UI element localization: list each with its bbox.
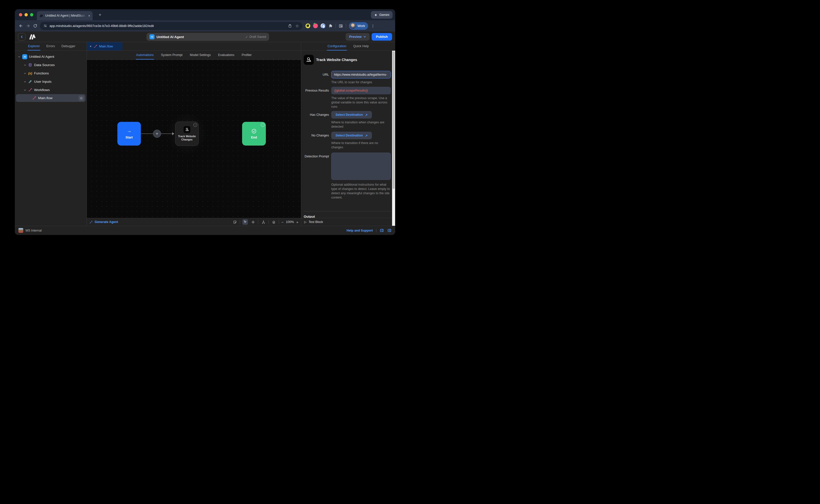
tab-evaluations[interactable]: Evaluations	[218, 51, 235, 60]
tree-item-user-inputs[interactable]: User Inputs	[15, 77, 87, 86]
forward-icon[interactable]	[26, 23, 31, 28]
ai-badge-icon: AI	[22, 54, 27, 59]
start-node[interactable]: → Start	[117, 122, 141, 146]
fit-view-home-icon[interactable]	[271, 219, 277, 225]
address-bar[interactable]: app.mindstudio.ai/agents/9937ce3e-b7e3-4…	[40, 22, 303, 30]
url-input[interactable]	[331, 71, 391, 78]
tab-quick-help[interactable]: Quick Help	[353, 42, 369, 50]
browser-menu-icon[interactable]	[371, 24, 375, 28]
scrollbar-thumb[interactable]	[393, 51, 395, 189]
add-step-button[interactable]: +	[153, 130, 161, 138]
zoom-level: 100%	[286, 220, 294, 224]
flow-canvas[interactable]: + → Start − Track Website Changes − End	[87, 60, 301, 218]
auto-layout-icon[interactable]	[261, 219, 266, 225]
app-back-button[interactable]	[18, 33, 25, 41]
close-icon[interactable]: ×	[90, 44, 92, 48]
status-bar: MS Internal Help and Support	[15, 226, 395, 235]
share-icon[interactable]	[288, 24, 292, 28]
explorer-sidebar: Explorer Errors Debugger AI Untitled AI …	[15, 42, 87, 226]
tab-debugger[interactable]: Debugger	[61, 42, 76, 50]
home-flow-button[interactable]	[78, 95, 84, 101]
tab-model-settings[interactable]: Model Settings	[189, 51, 211, 60]
zoom-in-icon[interactable]: +	[296, 220, 299, 224]
workflow-icon	[28, 88, 32, 92]
check-icon: ✓	[246, 35, 248, 39]
generate-agent-button[interactable]: Generate Agent	[89, 220, 118, 224]
workflow-subtabs: Automations System Prompt Model Settings…	[87, 51, 301, 60]
track-website-changes-icon	[304, 55, 314, 65]
tab-errors[interactable]: Errors	[46, 42, 55, 50]
publish-button[interactable]: Publish	[372, 33, 392, 41]
browser-tab-title: Untitled AI Agent | MindStudi	[45, 14, 86, 17]
tree-item-main-flow[interactable]: Main.flow	[16, 94, 86, 102]
mindstudio-logo	[28, 34, 37, 40]
toggle-right-panel-icon[interactable]	[380, 228, 384, 233]
chevron-down-icon	[18, 55, 20, 58]
gemini-star-icon	[374, 13, 377, 17]
extension-icons: Work	[306, 22, 375, 30]
toggle-left-panel-icon[interactable]	[387, 228, 392, 233]
tree-item-workflows[interactable]: Workflows	[15, 86, 87, 94]
tab-configuration[interactable]: Configuration	[327, 42, 347, 50]
minimize-window-button[interactable]	[24, 13, 28, 16]
extension-icon-strawberry[interactable]	[313, 23, 318, 28]
bookmark-star-icon[interactable]: ☆	[295, 23, 299, 28]
tab-system-prompt[interactable]: System Prompt	[161, 51, 183, 60]
block-title: Track Website Changes	[316, 58, 357, 62]
wand-icon	[89, 220, 93, 224]
no-changes-select-destination-button[interactable]: Select Destination ↗	[331, 132, 372, 139]
tree-item-functions[interactable]: (x) Functions	[15, 69, 87, 77]
new-tab-button[interactable]: +	[97, 12, 103, 18]
toolbar-separator	[336, 24, 336, 28]
has-changes-select-destination-button[interactable]: Select Destination ↗	[331, 111, 372, 119]
site-settings-icon[interactable]	[43, 24, 47, 28]
tree-item-agent[interactable]: AI Untitled AI Agent	[15, 52, 87, 61]
preview-button[interactable]: Preview	[346, 33, 370, 41]
extension-icon-yellow[interactable]	[306, 23, 310, 28]
browser-window: Untitled AI Agent | MindStudi × + Gemini…	[15, 9, 395, 235]
browser-tab[interactable]: Untitled AI Agent | MindStudi ×	[37, 11, 93, 20]
help-and-support-link[interactable]: Help and Support	[347, 229, 373, 232]
no-changes-label: No Changes	[304, 132, 329, 137]
chevron-down-icon	[363, 35, 366, 38]
select-tool-icon[interactable]	[243, 219, 248, 225]
tab-close-icon[interactable]: ×	[88, 14, 90, 18]
track-website-changes-node[interactable]: − Track Website Changes	[175, 122, 199, 146]
collapse-node-icon[interactable]: −	[261, 123, 265, 127]
detection-prompt-label: Detection Prompt	[304, 153, 329, 158]
tree-item-data-sources[interactable]: Data Sources	[15, 61, 87, 69]
close-window-button[interactable]	[19, 13, 22, 16]
back-icon[interactable]	[18, 23, 23, 28]
pencil-icon	[28, 80, 32, 83]
workspace-name: MS Internal	[25, 229, 42, 232]
sticky-note-tool-icon[interactable]	[232, 219, 238, 225]
reload-icon[interactable]	[33, 24, 37, 28]
detection-prompt-textarea[interactable]	[331, 153, 391, 180]
test-block-bar[interactable]: ▷ Test Block	[301, 218, 395, 226]
explorer-tree: AI Untitled AI Agent Data Sources (x) Fu…	[15, 51, 87, 102]
collapse-node-icon[interactable]: −	[193, 123, 197, 127]
agent-title-bar[interactable]: AI Untitled AI Agent ✓ Draft Saved	[146, 33, 269, 41]
panel-scrollbar[interactable]	[392, 51, 395, 226]
tab-profiler[interactable]: Profiler	[241, 51, 252, 60]
extension-icon-password[interactable]	[321, 23, 325, 28]
tab-automations[interactable]: Automations	[136, 51, 154, 60]
tab-explorer[interactable]: Explorer	[27, 42, 40, 50]
file-tab-main-flow[interactable]: × Main.flow	[87, 42, 122, 50]
browser-toolbar: app.mindstudio.ai/agents/9937ce3e-b7e3-4…	[15, 20, 395, 32]
detection-prompt-help: Optional additional instructions for wha…	[331, 183, 391, 200]
play-icon: ▷	[304, 220, 307, 224]
arrow-right-icon: →	[127, 128, 131, 134]
end-node[interactable]: − End	[242, 122, 266, 146]
previous-results-field[interactable]: {{global.scrapeResults}}	[331, 87, 391, 94]
gemini-button[interactable]: Gemini	[371, 11, 393, 19]
chevron-down-icon	[24, 80, 26, 83]
zoom-out-icon[interactable]: −	[281, 220, 284, 224]
file-tab-bar: × Main.flow	[87, 42, 301, 51]
pan-tool-icon[interactable]	[250, 219, 256, 225]
maximize-window-button[interactable]	[30, 13, 33, 16]
has-changes-label: Has Changes	[304, 111, 329, 117]
profile-button[interactable]: Work	[349, 22, 368, 30]
extensions-puzzle-icon[interactable]	[328, 24, 333, 28]
tab-search-icon[interactable]	[339, 24, 343, 28]
